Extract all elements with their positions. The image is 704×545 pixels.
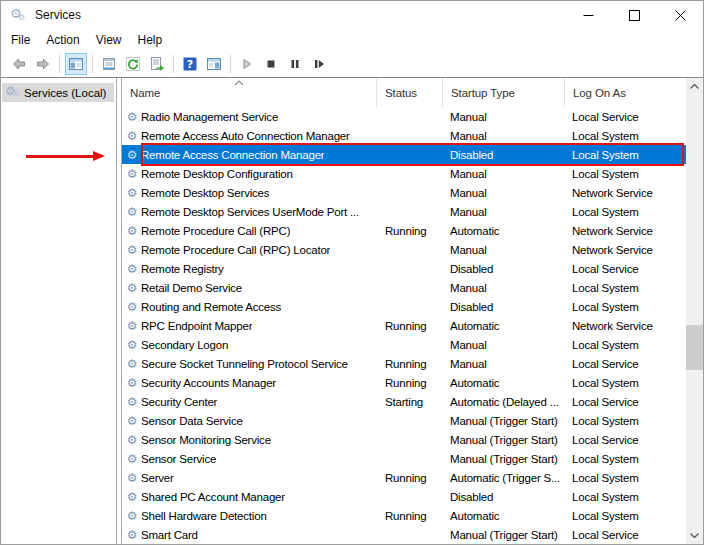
forward-button[interactable] xyxy=(32,53,54,75)
service-name-cell: ⚙Remote Desktop Services UserMode Port .… xyxy=(122,206,377,218)
service-row[interactable]: ⚙Remote Desktop Services UserMode Port .… xyxy=(122,202,687,221)
service-startup-type-cell: Automatic xyxy=(443,225,565,237)
service-log-on-as-cell: Local System xyxy=(565,168,687,180)
service-row[interactable]: ⚙ServerRunningAutomatic (Trigger S...Loc… xyxy=(122,468,687,487)
scroll-down-button[interactable] xyxy=(686,527,703,544)
start-service-button[interactable] xyxy=(236,53,258,75)
service-name-cell: ⚙RPC Endpoint Mapper xyxy=(122,320,377,332)
restart-service-icon xyxy=(311,56,327,72)
chevron-up-icon xyxy=(690,84,699,89)
service-name-cell: ⚙Sensor Monitoring Service xyxy=(122,434,377,446)
properties-button[interactable] xyxy=(98,53,120,75)
service-row[interactable]: ⚙Sensor Data ServiceManual (Trigger Star… xyxy=(122,411,687,430)
column-header-log-on-as[interactable]: Log On As xyxy=(565,78,687,107)
show-console-tree-button[interactable] xyxy=(65,53,87,75)
service-row[interactable]: ⚙Remote Desktop ServicesManualNetwork Se… xyxy=(122,183,687,202)
column-header-startup-type[interactable]: Startup Type xyxy=(443,78,565,107)
show-action-pane-button[interactable] xyxy=(203,53,225,75)
service-name-cell: ⚙Remote Procedure Call (RPC) Locator xyxy=(122,244,377,256)
service-name-cell: ⚙Remote Desktop Configuration xyxy=(122,168,377,180)
column-header-name[interactable]: Name xyxy=(122,78,377,107)
service-row[interactable]: ⚙Remote RegistryDisabledLocal Service xyxy=(122,259,687,278)
service-startup-type-cell: Manual xyxy=(443,187,565,199)
service-log-on-as-cell: Network Service xyxy=(565,187,687,199)
restart-service-button[interactable] xyxy=(308,53,330,75)
service-startup-type-cell: Disabled xyxy=(443,301,565,313)
service-name-cell: ⚙Shell Hardware Detection xyxy=(122,510,377,522)
service-startup-type-cell: Disabled xyxy=(443,149,565,161)
service-startup-type-cell: Automatic (Trigger S... xyxy=(443,472,565,484)
service-row[interactable]: ⚙Retail Demo ServiceManualLocal System xyxy=(122,278,687,297)
service-row[interactable]: ⚙RPC Endpoint MapperRunningAutomaticNetw… xyxy=(122,316,687,335)
service-startup-type-cell: Manual xyxy=(443,111,565,123)
service-log-on-as-cell: Local System xyxy=(565,377,687,389)
vertical-scrollbar[interactable] xyxy=(686,78,703,544)
service-startup-type-cell: Manual xyxy=(443,206,565,218)
service-row[interactable]: ⚙Remote Procedure Call (RPC) LocatorManu… xyxy=(122,240,687,259)
service-row[interactable]: ⚙Routing and Remote AccessDisabledLocal … xyxy=(122,297,687,316)
service-row[interactable]: ⚙Security Accounts ManagerRunningAutomat… xyxy=(122,373,687,392)
back-button[interactable] xyxy=(8,53,30,75)
service-row[interactable]: ⚙Secondary LogonManualLocal System xyxy=(122,335,687,354)
close-button[interactable] xyxy=(657,1,703,29)
scrollbar-thumb[interactable] xyxy=(686,325,703,370)
service-name-cell: ⚙Sensor Service xyxy=(122,453,377,465)
refresh-button[interactable] xyxy=(122,53,144,75)
service-gear-icon: ⚙ xyxy=(124,206,140,218)
menu-item-action[interactable]: Action xyxy=(38,30,87,50)
service-name-cell: ⚙Shared PC Account Manager xyxy=(122,491,377,503)
menu-bar: File Action View Help xyxy=(1,29,703,51)
stop-service-button[interactable] xyxy=(260,53,282,75)
tree-item-label: Services (Local) xyxy=(24,87,106,99)
service-log-on-as-cell: Local Service xyxy=(565,111,687,123)
service-log-on-as-cell: Network Service xyxy=(565,244,687,256)
service-row[interactable]: ⚙Remote Desktop ConfigurationManualLocal… xyxy=(122,164,687,183)
service-name-cell: ⚙Remote Desktop Services xyxy=(122,187,377,199)
service-log-on-as-cell: Local Service xyxy=(565,396,687,408)
service-row[interactable]: ⚙Sensor Monitoring ServiceManual (Trigge… xyxy=(122,430,687,449)
service-gear-icon: ⚙ xyxy=(124,491,140,503)
service-name-cell: ⚙Server xyxy=(122,472,377,484)
service-row[interactable]: ⚙Shared PC Account ManagerDisabledLocal … xyxy=(122,487,687,506)
service-gear-icon: ⚙ xyxy=(124,396,140,408)
menu-item-file[interactable]: File xyxy=(3,30,38,50)
service-name-cell: ⚙Remote Access Connection Manager xyxy=(122,149,377,161)
minimize-button[interactable] xyxy=(565,1,611,29)
service-gear-icon: ⚙ xyxy=(124,415,140,427)
service-log-on-as-cell: Local Service xyxy=(565,358,687,370)
maximize-icon xyxy=(629,10,640,21)
service-startup-type-cell: Manual (Trigger Start) xyxy=(443,434,565,446)
back-icon xyxy=(11,56,27,72)
list-header: Name Status Startup Type Log On As xyxy=(122,78,687,107)
service-status-cell: Running xyxy=(377,377,443,389)
service-status-cell: Starting xyxy=(377,396,443,408)
maximize-button[interactable] xyxy=(611,1,657,29)
service-row[interactable]: ⚙Security CenterStartingAutomatic (Delay… xyxy=(122,392,687,411)
service-log-on-as-cell: Local Service xyxy=(565,529,687,541)
service-row[interactable]: ⚙Shell Hardware DetectionRunningAutomati… xyxy=(122,506,687,525)
menu-item-view[interactable]: View xyxy=(88,30,130,50)
service-row[interactable]: ⚙Sensor ServiceManual (Trigger Start)Loc… xyxy=(122,449,687,468)
tree-item-services-local[interactable]: ⚙ ⚙ Services (Local) xyxy=(2,83,114,102)
scroll-up-button[interactable] xyxy=(686,78,703,95)
service-row[interactable]: ⚙Smart CardManual (Trigger Start)Local S… xyxy=(122,525,687,544)
service-row[interactable]: ⚙Remote Procedure Call (RPC)RunningAutom… xyxy=(122,221,687,240)
service-gear-icon: ⚙ xyxy=(124,339,140,351)
help-button[interactable]: ? xyxy=(179,53,201,75)
export-list-button[interactable] xyxy=(146,53,168,75)
title-bar: ⚙ ⚙ Services xyxy=(1,1,703,29)
minimize-icon xyxy=(583,10,594,21)
menu-item-help[interactable]: Help xyxy=(130,30,171,50)
service-status-cell: Running xyxy=(377,225,443,237)
service-name-cell: ⚙Secure Socket Tunneling Protocol Servic… xyxy=(122,358,377,370)
service-log-on-as-cell: Local Service xyxy=(565,434,687,446)
service-row[interactable]: ⚙Radio Management ServiceManualLocal Ser… xyxy=(122,107,687,126)
pause-service-button[interactable] xyxy=(284,53,306,75)
service-gear-icon: ⚙ xyxy=(124,301,140,313)
column-header-status[interactable]: Status xyxy=(377,78,443,107)
properties-icon xyxy=(101,56,117,72)
service-gear-icon: ⚙ xyxy=(124,187,140,199)
service-row[interactable]: ⚙Remote Access Auto Connection ManagerMa… xyxy=(122,126,687,145)
service-row[interactable]: ⚙Remote Access Connection ManagerDisable… xyxy=(122,145,687,164)
service-row[interactable]: ⚙Secure Socket Tunneling Protocol Servic… xyxy=(122,354,687,373)
